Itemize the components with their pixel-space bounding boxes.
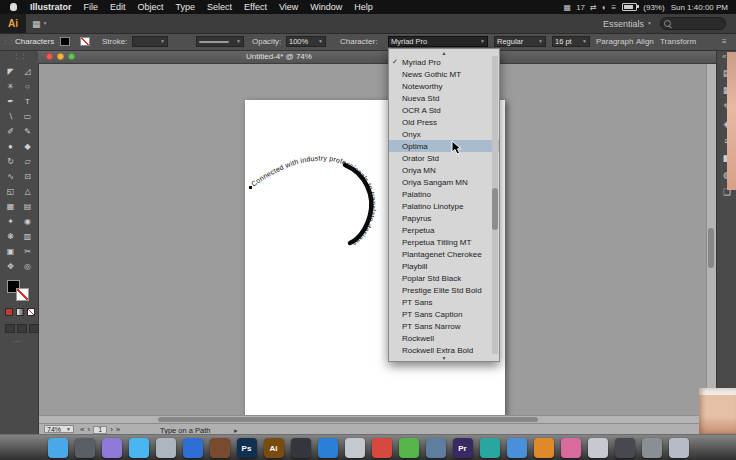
- menubar-item[interactable]: Effect: [238, 2, 273, 12]
- previous-artboard-icon[interactable]: ‹: [87, 425, 90, 434]
- search-input[interactable]: [660, 17, 726, 30]
- dock-icon[interactable]: Pr: [453, 438, 473, 458]
- menubar-item[interactable]: Help: [348, 2, 379, 12]
- first-artboard-icon[interactable]: «: [80, 425, 84, 434]
- tool-button[interactable]: ◱: [2, 184, 19, 199]
- tool-button[interactable]: ○: [19, 79, 36, 94]
- dock-icon[interactable]: [561, 438, 581, 458]
- tool-button[interactable]: ❋: [2, 229, 19, 244]
- stroke-weight-field[interactable]: ▼: [132, 36, 168, 47]
- artboard-number-field[interactable]: 1: [93, 426, 107, 434]
- transform-link[interactable]: Transform: [660, 37, 696, 46]
- font-menu-item[interactable]: OCR A Std: [389, 104, 499, 116]
- tool-button[interactable]: ◿: [19, 64, 36, 79]
- tool-button[interactable]: ∿: [2, 169, 19, 184]
- font-menu-item[interactable]: Playbill: [389, 260, 499, 272]
- font-menu-item[interactable]: Poplar Std Black: [389, 272, 499, 284]
- tool-button[interactable]: ▣: [2, 244, 19, 259]
- font-menu-item[interactable]: PT Sans Caption: [389, 308, 499, 320]
- tool-button[interactable]: ◎: [19, 259, 36, 274]
- font-menu-item[interactable]: Noteworthy: [389, 80, 499, 92]
- tool-button[interactable]: ✎: [19, 124, 36, 139]
- status-icon[interactable]: ⇄: [590, 3, 597, 12]
- tool-button[interactable]: ⊡: [19, 169, 36, 184]
- horizontal-scrollbar[interactable]: [38, 415, 706, 423]
- document-titlebar[interactable]: Untitled-4* @ 74%: [38, 50, 716, 64]
- draw-behind-button[interactable]: [17, 324, 27, 333]
- font-menu-item[interactable]: Optima: [389, 140, 499, 152]
- zoom-button[interactable]: [68, 53, 75, 60]
- battery-icon[interactable]: [622, 3, 637, 11]
- status-icon[interactable]: ◐: [602, 3, 607, 12]
- font-menu-item[interactable]: Nueva Std: [389, 92, 499, 104]
- font-menu-item[interactable]: Prestige Elite Std Bold: [389, 284, 499, 296]
- scroll-up-icon[interactable]: ▲: [389, 49, 499, 56]
- panel-menu-icon[interactable]: ≡: [722, 37, 727, 46]
- last-artboard-icon[interactable]: »: [116, 425, 120, 434]
- menubar-item[interactable]: Edit: [104, 2, 132, 12]
- none-button[interactable]: [27, 308, 35, 316]
- font-menu-item[interactable]: Perpetua: [389, 224, 499, 236]
- font-menu-item[interactable]: Perpetua Titling MT: [389, 236, 499, 248]
- dock-icon[interactable]: [156, 438, 176, 458]
- status-icon[interactable]: ▦: [564, 3, 572, 12]
- tool-button[interactable]: ✦: [2, 214, 19, 229]
- tool-button[interactable]: T: [19, 94, 36, 109]
- font-size-field[interactable]: 16 pt ▼: [552, 36, 590, 47]
- dock-icon[interactable]: [129, 438, 149, 458]
- paragraph-link[interactable]: Paragraph: [596, 37, 633, 46]
- dock-icon[interactable]: [534, 438, 554, 458]
- dock-icon[interactable]: [426, 438, 446, 458]
- next-artboard-icon[interactable]: ›: [110, 425, 113, 434]
- menubar-item[interactable]: Window: [304, 2, 348, 12]
- stroke-color-swatch[interactable]: [16, 288, 29, 301]
- font-menu-scroll-thumb[interactable]: [492, 188, 498, 230]
- font-menu-item[interactable]: Rockwell: [389, 332, 499, 344]
- zoom-level-select[interactable]: 74% ▼: [44, 425, 74, 433]
- dock-icon[interactable]: [615, 438, 635, 458]
- vertical-scrollbar[interactable]: [706, 63, 716, 415]
- dock-icon[interactable]: [669, 438, 689, 458]
- menubar-item[interactable]: Illustrator: [24, 2, 78, 12]
- font-family-select[interactable]: Myriad Pro ▼: [388, 36, 488, 47]
- screen-mode-button[interactable]: ⋯: [13, 338, 20, 346]
- menubar-item[interactable]: Object: [132, 2, 170, 12]
- canvas-area[interactable]: [38, 63, 706, 415]
- tool-button[interactable]: ◆: [19, 139, 36, 154]
- draw-normal-button[interactable]: [5, 324, 15, 333]
- tool-button[interactable]: ↻: [2, 154, 19, 169]
- dock-icon[interactable]: [372, 438, 392, 458]
- font-menu-item[interactable]: Plantagenet Cherokee: [389, 248, 499, 260]
- tool-button[interactable]: ✥: [2, 259, 19, 274]
- color-button[interactable]: [5, 308, 13, 316]
- menubar-clock[interactable]: Sun 1:40:00 PM: [671, 3, 728, 12]
- font-style-select[interactable]: Regular ▼: [494, 36, 546, 47]
- dock-icon[interactable]: [210, 438, 230, 458]
- tool-button[interactable]: ✐: [2, 124, 19, 139]
- workspace-switcher[interactable]: Essentials ▼: [595, 19, 660, 29]
- fill-swatch[interactable]: [60, 37, 70, 46]
- opacity-field[interactable]: 100% ▼: [286, 36, 326, 47]
- tool-button[interactable]: ▥: [19, 229, 36, 244]
- tool-button[interactable]: △: [19, 184, 36, 199]
- font-menu-item[interactable]: Oriya MN: [389, 164, 499, 176]
- scroll-down-icon[interactable]: ▼: [389, 354, 499, 361]
- tool-button[interactable]: ▱: [19, 154, 36, 169]
- font-menu-item[interactable]: News Gothic MT: [389, 68, 499, 80]
- status-icon[interactable]: 17: [576, 3, 585, 12]
- font-menu-item[interactable]: Myriad Pro: [389, 56, 499, 68]
- menubar-item[interactable]: File: [78, 2, 105, 12]
- tool-button[interactable]: ◉: [19, 214, 36, 229]
- tool-button[interactable]: ▤: [19, 199, 36, 214]
- panel-grip[interactable]: ⋮⋮: [2, 37, 14, 45]
- tool-button[interactable]: ●: [2, 139, 19, 154]
- menubar-item[interactable]: View: [273, 2, 304, 12]
- draw-inside-button[interactable]: [29, 324, 39, 333]
- dock-icon[interactable]: Ps: [237, 438, 257, 458]
- apple-menu-icon[interactable]: [10, 3, 17, 11]
- font-menu-item[interactable]: Palatino Linotype: [389, 200, 499, 212]
- dock-icon[interactable]: [507, 438, 527, 458]
- dock-icon[interactable]: [291, 438, 311, 458]
- tool-button[interactable]: ✒: [2, 94, 19, 109]
- font-menu-item[interactable]: Onyx: [389, 128, 499, 140]
